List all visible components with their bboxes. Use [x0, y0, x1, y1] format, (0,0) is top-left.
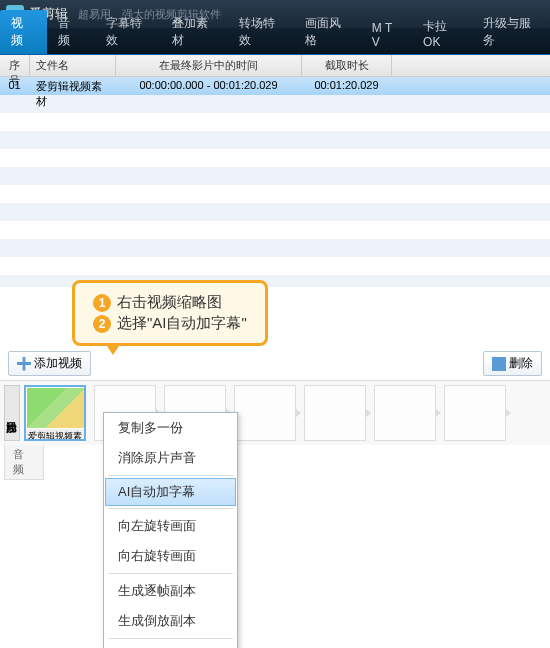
table-row[interactable]: [0, 95, 550, 113]
tab-0[interactable]: 视 频: [0, 10, 47, 54]
clip-toolbar: 添加视频 删除: [0, 347, 550, 380]
thumbnail-image: [27, 388, 85, 428]
delete-label: 删除: [509, 355, 533, 372]
step-text-2: 选择"AI自动加字幕": [117, 314, 247, 333]
table-row[interactable]: [0, 185, 550, 203]
strip-side-label: 已添加片段: [4, 385, 20, 441]
table-row[interactable]: [0, 167, 550, 185]
add-video-button[interactable]: 添加视频: [8, 351, 91, 376]
tab-7[interactable]: 卡拉OK: [412, 13, 472, 54]
delete-button[interactable]: 删除: [483, 351, 542, 376]
table-row[interactable]: [0, 221, 550, 239]
table-row[interactable]: [0, 257, 550, 275]
menu-item[interactable]: 生成逐帧副本: [104, 576, 237, 606]
menu-item[interactable]: 复制多一份: [104, 413, 237, 443]
table-body: 01爱剪辑视频素材00:00:00.000 - 00:01:20.02900:0…: [0, 77, 550, 287]
menu-separator: [108, 638, 233, 639]
tab-2[interactable]: 字幕特效: [95, 10, 162, 54]
tab-8[interactable]: 升级与服务: [472, 10, 550, 54]
step-badge-2: 2: [93, 315, 111, 333]
table-row[interactable]: [0, 131, 550, 149]
menu-item[interactable]: 向左旋转画面: [104, 511, 237, 541]
col-header-num: 序号: [0, 55, 30, 76]
empty-slot[interactable]: [234, 385, 296, 441]
empty-slot[interactable]: [304, 385, 366, 441]
table-row[interactable]: [0, 203, 550, 221]
empty-slot[interactable]: [444, 385, 506, 441]
table-row[interactable]: [0, 239, 550, 257]
video-thumbnail[interactable]: 爱剪辑视频素材: [24, 385, 86, 441]
menu-item[interactable]: 消除原片声音: [104, 443, 237, 473]
table-header: 序号 文件名 在最终影片中的时间 截取时长: [0, 55, 550, 77]
trash-icon: [492, 357, 506, 371]
empty-slot[interactable]: [374, 385, 436, 441]
table-row[interactable]: 01爱剪辑视频素材00:00:00.000 - 00:01:20.02900:0…: [0, 77, 550, 95]
callout-pointer-icon: [105, 343, 121, 355]
audio-tab[interactable]: 音 频: [4, 445, 44, 480]
tab-1[interactable]: 音 频: [47, 10, 94, 54]
menu-item[interactable]: 生成倒放副本: [104, 606, 237, 636]
instruction-callout: 1右击视频缩略图 2选择"AI自动加字幕": [72, 280, 268, 346]
menu-separator: [108, 475, 233, 476]
add-icon: [17, 357, 31, 371]
table-row[interactable]: [0, 149, 550, 167]
step-badge-1: 1: [93, 294, 111, 312]
menu-separator: [108, 508, 233, 509]
menu-item[interactable]: 提取音频为mp3: [104, 641, 237, 648]
col-header-name: 文件名: [30, 55, 116, 76]
thumbnail-label: 爱剪辑视频素材: [26, 429, 84, 441]
clip-strip: 已添加片段 爱剪辑视频素材: [0, 380, 550, 445]
col-header-dur: 截取时长: [302, 55, 392, 76]
menu-separator: [108, 573, 233, 574]
add-label: 添加视频: [34, 355, 82, 372]
main-tabs: 视 频音 频字幕特效叠加素材转场特效画面风格M T V卡拉OK升级与服务: [0, 28, 550, 55]
tab-5[interactable]: 画面风格: [294, 10, 361, 54]
tab-4[interactable]: 转场特效: [228, 10, 295, 54]
context-menu: 复制多一份消除原片声音AI自动加字幕向左旋转画面向右旋转画面生成逐帧副本生成倒放…: [103, 412, 238, 648]
tab-6[interactable]: M T V: [361, 16, 412, 54]
menu-item[interactable]: 向右旋转画面: [104, 541, 237, 571]
menu-item[interactable]: AI自动加字幕: [105, 478, 236, 506]
table-row[interactable]: [0, 113, 550, 131]
step-text-1: 右击视频缩略图: [117, 293, 222, 312]
col-header-time: 在最终影片中的时间: [116, 55, 302, 76]
tab-3[interactable]: 叠加素材: [161, 10, 228, 54]
